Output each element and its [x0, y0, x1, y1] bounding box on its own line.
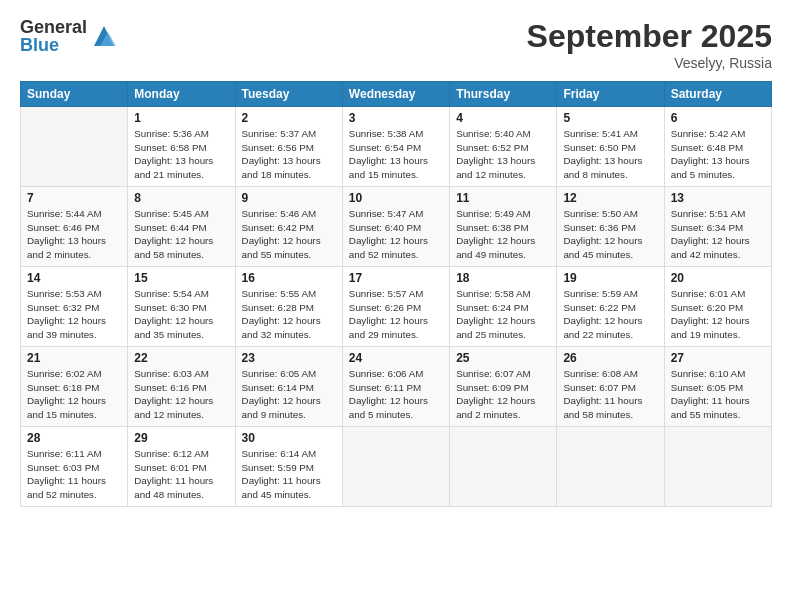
day-number: 8	[134, 191, 228, 205]
table-row	[450, 427, 557, 507]
day-info: Sunrise: 6:10 AMSunset: 6:05 PMDaylight:…	[671, 367, 765, 422]
day-number: 3	[349, 111, 443, 125]
table-row: 12Sunrise: 5:50 AMSunset: 6:36 PMDayligh…	[557, 187, 664, 267]
table-row	[21, 107, 128, 187]
header-tuesday: Tuesday	[235, 82, 342, 107]
day-info: Sunrise: 5:55 AMSunset: 6:28 PMDaylight:…	[242, 287, 336, 342]
table-row: 19Sunrise: 5:59 AMSunset: 6:22 PMDayligh…	[557, 267, 664, 347]
table-row: 9Sunrise: 5:46 AMSunset: 6:42 PMDaylight…	[235, 187, 342, 267]
table-row	[557, 427, 664, 507]
day-info: Sunrise: 6:01 AMSunset: 6:20 PMDaylight:…	[671, 287, 765, 342]
day-info: Sunrise: 5:59 AMSunset: 6:22 PMDaylight:…	[563, 287, 657, 342]
table-row: 13Sunrise: 5:51 AMSunset: 6:34 PMDayligh…	[664, 187, 771, 267]
day-info: Sunrise: 5:37 AMSunset: 6:56 PMDaylight:…	[242, 127, 336, 182]
table-row: 24Sunrise: 6:06 AMSunset: 6:11 PMDayligh…	[342, 347, 449, 427]
calendar-header-row: Sunday Monday Tuesday Wednesday Thursday…	[21, 82, 772, 107]
table-row: 2Sunrise: 5:37 AMSunset: 6:56 PMDaylight…	[235, 107, 342, 187]
logo-blue: Blue	[20, 36, 87, 54]
day-number: 21	[27, 351, 121, 365]
header-friday: Friday	[557, 82, 664, 107]
table-row: 29Sunrise: 6:12 AMSunset: 6:01 PMDayligh…	[128, 427, 235, 507]
day-number: 4	[456, 111, 550, 125]
logo-general: General	[20, 18, 87, 36]
table-row: 20Sunrise: 6:01 AMSunset: 6:20 PMDayligh…	[664, 267, 771, 347]
table-row: 28Sunrise: 6:11 AMSunset: 6:03 PMDayligh…	[21, 427, 128, 507]
table-row: 3Sunrise: 5:38 AMSunset: 6:54 PMDaylight…	[342, 107, 449, 187]
table-row: 4Sunrise: 5:40 AMSunset: 6:52 PMDaylight…	[450, 107, 557, 187]
day-number: 22	[134, 351, 228, 365]
calendar-week-row: 1Sunrise: 5:36 AMSunset: 6:58 PMDaylight…	[21, 107, 772, 187]
day-number: 14	[27, 271, 121, 285]
day-info: Sunrise: 6:12 AMSunset: 6:01 PMDaylight:…	[134, 447, 228, 502]
header-monday: Monday	[128, 82, 235, 107]
logo-icon	[90, 22, 118, 50]
table-row: 10Sunrise: 5:47 AMSunset: 6:40 PMDayligh…	[342, 187, 449, 267]
header-saturday: Saturday	[664, 82, 771, 107]
table-row: 17Sunrise: 5:57 AMSunset: 6:26 PMDayligh…	[342, 267, 449, 347]
calendar-week-row: 7Sunrise: 5:44 AMSunset: 6:46 PMDaylight…	[21, 187, 772, 267]
day-number: 9	[242, 191, 336, 205]
day-number: 27	[671, 351, 765, 365]
day-number: 12	[563, 191, 657, 205]
day-number: 10	[349, 191, 443, 205]
day-info: Sunrise: 5:40 AMSunset: 6:52 PMDaylight:…	[456, 127, 550, 182]
table-row: 6Sunrise: 5:42 AMSunset: 6:48 PMDaylight…	[664, 107, 771, 187]
day-info: Sunrise: 5:47 AMSunset: 6:40 PMDaylight:…	[349, 207, 443, 262]
table-row: 1Sunrise: 5:36 AMSunset: 6:58 PMDaylight…	[128, 107, 235, 187]
day-info: Sunrise: 5:46 AMSunset: 6:42 PMDaylight:…	[242, 207, 336, 262]
day-info: Sunrise: 6:07 AMSunset: 6:09 PMDaylight:…	[456, 367, 550, 422]
table-row: 7Sunrise: 5:44 AMSunset: 6:46 PMDaylight…	[21, 187, 128, 267]
day-number: 17	[349, 271, 443, 285]
day-info: Sunrise: 6:14 AMSunset: 5:59 PMDaylight:…	[242, 447, 336, 502]
table-row: 8Sunrise: 5:45 AMSunset: 6:44 PMDaylight…	[128, 187, 235, 267]
title-block: September 2025 Veselyy, Russia	[527, 18, 772, 71]
day-number: 5	[563, 111, 657, 125]
day-number: 16	[242, 271, 336, 285]
table-row	[664, 427, 771, 507]
day-info: Sunrise: 5:42 AMSunset: 6:48 PMDaylight:…	[671, 127, 765, 182]
day-info: Sunrise: 5:41 AMSunset: 6:50 PMDaylight:…	[563, 127, 657, 182]
month-title: September 2025	[527, 18, 772, 55]
day-info: Sunrise: 5:53 AMSunset: 6:32 PMDaylight:…	[27, 287, 121, 342]
table-row: 14Sunrise: 5:53 AMSunset: 6:32 PMDayligh…	[21, 267, 128, 347]
day-number: 24	[349, 351, 443, 365]
calendar-week-row: 28Sunrise: 6:11 AMSunset: 6:03 PMDayligh…	[21, 427, 772, 507]
day-number: 11	[456, 191, 550, 205]
day-number: 7	[27, 191, 121, 205]
day-number: 1	[134, 111, 228, 125]
table-row: 11Sunrise: 5:49 AMSunset: 6:38 PMDayligh…	[450, 187, 557, 267]
day-info: Sunrise: 6:11 AMSunset: 6:03 PMDaylight:…	[27, 447, 121, 502]
table-row: 22Sunrise: 6:03 AMSunset: 6:16 PMDayligh…	[128, 347, 235, 427]
calendar-table: Sunday Monday Tuesday Wednesday Thursday…	[20, 81, 772, 507]
table-row: 25Sunrise: 6:07 AMSunset: 6:09 PMDayligh…	[450, 347, 557, 427]
header-wednesday: Wednesday	[342, 82, 449, 107]
table-row: 23Sunrise: 6:05 AMSunset: 6:14 PMDayligh…	[235, 347, 342, 427]
day-number: 30	[242, 431, 336, 445]
day-info: Sunrise: 5:58 AMSunset: 6:24 PMDaylight:…	[456, 287, 550, 342]
table-row: 18Sunrise: 5:58 AMSunset: 6:24 PMDayligh…	[450, 267, 557, 347]
day-number: 2	[242, 111, 336, 125]
header: General Blue September 2025 Veselyy, Rus…	[20, 18, 772, 71]
day-info: Sunrise: 5:45 AMSunset: 6:44 PMDaylight:…	[134, 207, 228, 262]
day-number: 26	[563, 351, 657, 365]
day-number: 15	[134, 271, 228, 285]
day-number: 13	[671, 191, 765, 205]
day-info: Sunrise: 5:44 AMSunset: 6:46 PMDaylight:…	[27, 207, 121, 262]
table-row: 15Sunrise: 5:54 AMSunset: 6:30 PMDayligh…	[128, 267, 235, 347]
day-number: 29	[134, 431, 228, 445]
day-info: Sunrise: 5:51 AMSunset: 6:34 PMDaylight:…	[671, 207, 765, 262]
day-info: Sunrise: 5:57 AMSunset: 6:26 PMDaylight:…	[349, 287, 443, 342]
day-number: 23	[242, 351, 336, 365]
day-info: Sunrise: 5:36 AMSunset: 6:58 PMDaylight:…	[134, 127, 228, 182]
day-info: Sunrise: 6:05 AMSunset: 6:14 PMDaylight:…	[242, 367, 336, 422]
table-row: 27Sunrise: 6:10 AMSunset: 6:05 PMDayligh…	[664, 347, 771, 427]
location: Veselyy, Russia	[527, 55, 772, 71]
day-number: 28	[27, 431, 121, 445]
header-thursday: Thursday	[450, 82, 557, 107]
logo-text: General Blue	[20, 18, 87, 54]
table-row: 21Sunrise: 6:02 AMSunset: 6:18 PMDayligh…	[21, 347, 128, 427]
table-row: 5Sunrise: 5:41 AMSunset: 6:50 PMDaylight…	[557, 107, 664, 187]
day-info: Sunrise: 5:38 AMSunset: 6:54 PMDaylight:…	[349, 127, 443, 182]
header-sunday: Sunday	[21, 82, 128, 107]
day-number: 20	[671, 271, 765, 285]
